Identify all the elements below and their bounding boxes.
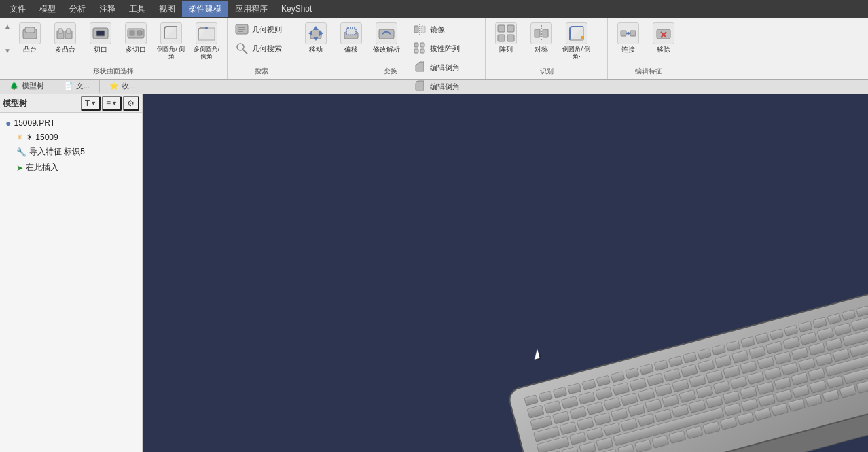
offset-icon: [340, 22, 362, 44]
tab-model-tree[interactable]: 🌲 模型树: [0, 80, 54, 94]
svg-rect-7: [96, 31, 105, 36]
tab-text[interactable]: 📄 文...: [54, 80, 100, 94]
geo-search-label: 几何搜索: [252, 44, 282, 54]
filter-icon: T: [85, 99, 90, 108]
btn-fillet-chamfer2[interactable]: 倒圆角/ 倒角·: [560, 20, 593, 63]
mirror-label: 镜像: [430, 24, 445, 35]
multi-cutout-icon: [125, 22, 147, 44]
svg-point-11: [205, 27, 208, 29]
multi-boss-icon: [54, 22, 76, 44]
menu-model[interactable]: 模型: [33, 1, 62, 17]
search-section-title: 搜索: [228, 67, 295, 76]
btn-multi-cutout[interactable]: 多切口: [120, 20, 152, 56]
svg-rect-27: [414, 26, 418, 33]
collect-tab-label: 收...: [122, 81, 135, 91]
edit-fillet-icon: [412, 79, 427, 94]
svg-rect-31: [414, 49, 418, 53]
geo-view-icon: [234, 22, 249, 37]
fillet-icon: [160, 22, 182, 44]
tree-dim[interactable]: ✳ ☀ 15009: [0, 131, 142, 144]
ribbon-section-shape: ▲ — ▼ 凸台: [0, 18, 228, 79]
left-panel: 模型树 T ▼ ≡ ▼ ⚙ ● 15009.PRT ✳ ☀ 15009: [0, 94, 143, 452]
scroll-up[interactable]: ▲: [4, 23, 11, 30]
modify-solve-icon: [376, 22, 397, 44]
btn-cutout[interactable]: 切口: [84, 20, 117, 56]
connect-icon: [617, 22, 639, 44]
btn-offset[interactable]: 偏移: [335, 20, 367, 56]
model-tree-tab-label: 模型树: [22, 81, 44, 91]
svg-rect-32: [420, 49, 424, 53]
boss-icon: [19, 22, 41, 44]
btn-align[interactable]: 对称: [525, 20, 558, 56]
tree-insert-here[interactable]: ➤ 在此插入: [0, 160, 142, 175]
transform-section-title: 变换: [295, 67, 485, 76]
menu-analysis[interactable]: 分析: [62, 1, 92, 17]
btn-modify-solve[interactable]: 修改解析: [370, 20, 403, 56]
geo-search-icon: [234, 41, 249, 56]
tree-root-label: 15009.PRT: [14, 118, 55, 128]
menu-view[interactable]: 视图: [152, 1, 182, 17]
panel-filter-btn[interactable]: T ▼: [81, 96, 101, 111]
panel-toolbar: 模型树 T ▼ ≡ ▼ ⚙: [0, 94, 142, 113]
svg-rect-29: [414, 43, 418, 47]
pattern-icon: [412, 41, 427, 56]
svg-rect-24: [346, 28, 356, 35]
panel-view-btn[interactable]: ≡ ▼: [102, 96, 122, 111]
btn-boss[interactable]: 凸台: [14, 20, 46, 56]
panel-settings-btn[interactable]: ⚙: [123, 96, 139, 111]
btn-edit-fillet[interactable]: 编辑倒角: [410, 77, 463, 95]
collect-tab-icon: ⭐: [109, 82, 119, 90]
settings-icon: ⚙: [127, 99, 134, 108]
view-dropdown-icon: ▼: [111, 100, 117, 107]
btn-geo-search[interactable]: 几何搜索: [232, 39, 291, 57]
multi-fillet-icon: [196, 22, 217, 44]
geo-view-label: 几何视则: [252, 24, 282, 35]
btn-move[interactable]: 移动: [300, 20, 332, 56]
scroll-down[interactable]: ▼: [4, 48, 11, 54]
svg-rect-42: [581, 36, 584, 39]
btn-array[interactable]: 阵列: [490, 20, 522, 56]
menu-flexible[interactable]: 柔性建模: [182, 1, 228, 17]
panel-title: 模型树: [3, 98, 79, 109]
menu-tools[interactable]: 工具: [122, 1, 152, 17]
menu-file[interactable]: 文件: [3, 1, 33, 17]
ribbon: ▲ — ▼ 凸台: [0, 18, 868, 80]
3d-model: // This SVG is static, no JS needed here: [473, 231, 868, 452]
ribbon-section-edit-feature: 连接 移除 编辑特征: [608, 18, 689, 79]
btn-multi-boss[interactable]: 多凸台: [49, 20, 82, 56]
mirror-icon: [412, 22, 427, 37]
svg-rect-9: [130, 31, 134, 35]
btn-remove[interactable]: 移除: [647, 20, 680, 56]
svg-rect-36: [507, 25, 514, 32]
btn-pattern[interactable]: 拔性阵列: [410, 39, 463, 57]
viewport[interactable]: // This SVG is static, no JS needed here: [143, 94, 868, 452]
btn-geo-view[interactable]: 几何视则: [232, 20, 291, 38]
scroll-mid[interactable]: —: [4, 35, 11, 42]
btn-mirror[interactable]: 镜像: [410, 20, 463, 38]
tab-collect[interactable]: ⭐ 收...: [100, 80, 145, 94]
svg-rect-40: [535, 29, 540, 37]
svg-rect-1: [25, 27, 35, 33]
svg-rect-37: [498, 35, 505, 41]
tree-insert-icon: ➤: [16, 163, 23, 173]
menu-keyshot[interactable]: KeyShot: [274, 2, 319, 16]
tree-import-feature[interactable]: 🔧 导入特征 标识5: [0, 144, 142, 160]
tree-root[interactable]: ● 15009.PRT: [0, 116, 142, 131]
tree-dim-label: ☀ 15009: [26, 133, 58, 142]
svg-line-17: [243, 50, 247, 54]
svg-rect-25: [379, 29, 394, 39]
btn-multi-fillet[interactable]: 多倒圆角/ 倒角: [190, 20, 223, 63]
btn-connect[interactable]: 连接: [612, 20, 645, 56]
view-icon: ≡: [106, 99, 111, 108]
svg-marker-19: [313, 26, 319, 30]
svg-rect-10: [137, 31, 142, 35]
menu-annotation[interactable]: 注释: [92, 1, 122, 17]
tree-import-label: 导入特征 标识5: [29, 146, 85, 158]
svg-point-16: [237, 44, 244, 50]
pattern-label: 拔性阵列: [430, 44, 460, 54]
btn-fillet[interactable]: 倒圆角/ 倒角: [155, 20, 187, 63]
menubar: 文件 模型 分析 注释 工具 视图 柔性建模 应用程序 KeyShot: [0, 0, 868, 18]
remove-icon: [653, 22, 674, 44]
svg-rect-38: [507, 35, 514, 41]
menu-apps[interactable]: 应用程序: [228, 1, 274, 17]
